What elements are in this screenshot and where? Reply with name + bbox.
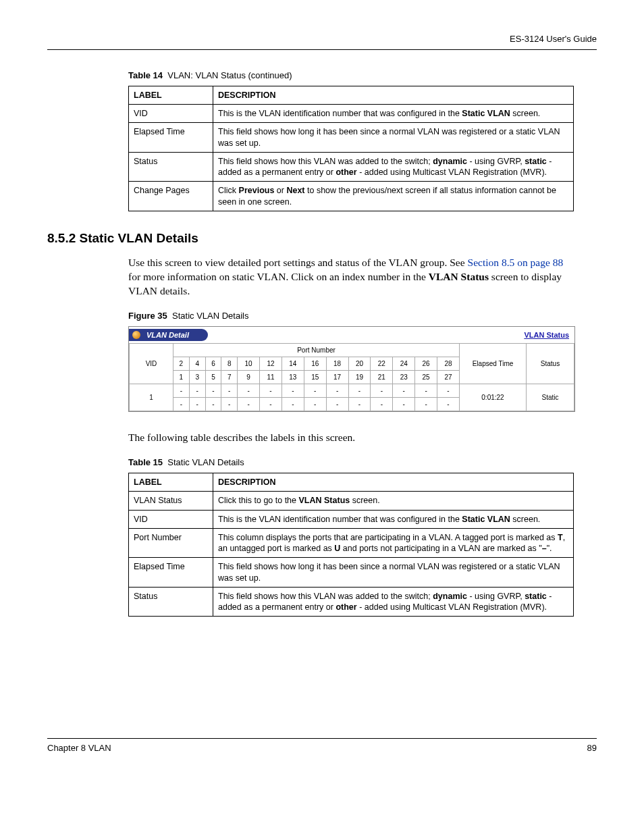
table14-caption-label: Table 14 xyxy=(128,70,163,80)
table-row: Status This field shows how this VLAN wa… xyxy=(129,152,574,182)
ss-vid-value: 1 xyxy=(130,384,173,411)
section-8.5-link[interactable]: Section 8.5 on page 88 xyxy=(468,257,564,268)
cell-label: Change Pages xyxy=(129,182,213,211)
cell-label: Status xyxy=(129,152,213,182)
cell-desc: This field shows how this VLAN was added… xyxy=(213,587,574,617)
ss-status-value: Static xyxy=(527,384,574,411)
table-row: Port Number This column displays the por… xyxy=(129,528,574,558)
figure35-caption: Figure 35 Static VLAN Details xyxy=(128,311,597,322)
section-heading: 8.5.2 Static VLAN Details xyxy=(47,230,597,247)
ss-col-port: Port Number xyxy=(173,344,460,357)
table-row: Change Pages Click Previous or Next to s… xyxy=(129,182,574,211)
cell-label: VID xyxy=(129,510,213,528)
header-guide: ES-3124 User's Guide xyxy=(47,34,597,45)
vlan-detail-tab: VLAN Detail xyxy=(129,329,208,341)
table14-col-label: LABEL xyxy=(129,86,213,104)
table-row: Status This field shows how this VLAN wa… xyxy=(129,587,574,617)
table15-caption-label: Table 15 xyxy=(128,457,163,467)
header-rule xyxy=(47,49,597,50)
table15-caption-text: Static VLAN Details xyxy=(167,457,244,467)
cell-label: Elapsed Time xyxy=(129,558,213,588)
cell-desc: Click Previous or Next to show the previ… xyxy=(213,182,574,211)
section-para-2: The following table describes the labels… xyxy=(128,431,574,445)
table15-header-row: LABEL DESCRIPTION xyxy=(129,473,574,492)
table15-col-label: LABEL xyxy=(129,473,213,492)
table-row: VID This is the VLAN identification numb… xyxy=(129,105,574,123)
cell-desc: This is the VLAN identification number t… xyxy=(213,510,574,528)
cell-desc: This column displays the ports that are … xyxy=(213,528,574,558)
table-row: Elapsed Time This field shows how long i… xyxy=(129,558,574,588)
table15: LABEL DESCRIPTION VLAN Status Click this… xyxy=(128,473,574,617)
figure35-caption-text: Static VLAN Details xyxy=(172,311,248,321)
cell-desc: This is the VLAN identification number t… xyxy=(213,105,574,123)
cell-desc: This field shows how this VLAN was added… xyxy=(213,152,574,182)
table-row: VID This is the VLAN identification numb… xyxy=(129,510,574,528)
vlan-detail-table: VID Port Number Elapsed Time Status 2468… xyxy=(129,343,574,411)
table-row: VLAN Status Click this to go to the VLAN… xyxy=(129,492,574,510)
cell-desc: This field shows how long it has been si… xyxy=(213,558,574,588)
ss-col-vid: VID xyxy=(130,344,173,384)
figure35-caption-label: Figure 35 xyxy=(128,311,167,321)
ss-col-elapsed: Elapsed Time xyxy=(460,344,527,384)
screenshot-titlebar: VLAN Detail VLAN Status xyxy=(129,327,574,343)
table14: LABEL DESCRIPTION VID This is the VLAN i… xyxy=(128,86,574,211)
cell-label: Status xyxy=(129,587,213,617)
cell-label: VID xyxy=(129,105,213,123)
footer-page: 89 xyxy=(587,743,597,754)
figure35-screenshot: VLAN Detail VLAN Status VID Port Number … xyxy=(128,326,575,412)
section-para-1: Use this screen to view detailed port se… xyxy=(128,256,574,298)
cell-label: Elapsed Time xyxy=(129,123,213,153)
ss-col-status: Status xyxy=(527,344,574,384)
table14-caption-text: VLAN: VLAN Status (continued) xyxy=(167,70,292,80)
table15-caption: Table 15 Static VLAN Details xyxy=(128,457,597,469)
table-row: Elapsed Time This field shows how long i… xyxy=(129,123,574,153)
table14-header-row: LABEL DESCRIPTION xyxy=(129,86,574,104)
table14-col-desc: DESCRIPTION xyxy=(213,86,574,104)
table14-caption: Table 14 VLAN: VLAN Status (continued) xyxy=(128,70,597,82)
footer-chapter: Chapter 8 VLAN xyxy=(47,743,111,754)
table15-col-desc: DESCRIPTION xyxy=(213,473,574,492)
cell-label: VLAN Status xyxy=(129,492,213,510)
ss-header-row-1: VID Port Number Elapsed Time Status xyxy=(130,344,574,357)
ss-elapsed-value: 0:01:22 xyxy=(460,384,527,411)
cell-desc: Click this to go to the VLAN Status scre… xyxy=(213,492,574,510)
cell-desc: This field shows how long it has been si… xyxy=(213,123,574,153)
cell-label: Port Number xyxy=(129,528,213,558)
ss-data-row-1: 1 -------------- 0:01:22 Static xyxy=(130,384,574,398)
vlan-status-link[interactable]: VLAN Status xyxy=(524,330,569,340)
page-footer: Chapter 8 VLAN 89 xyxy=(47,738,597,754)
